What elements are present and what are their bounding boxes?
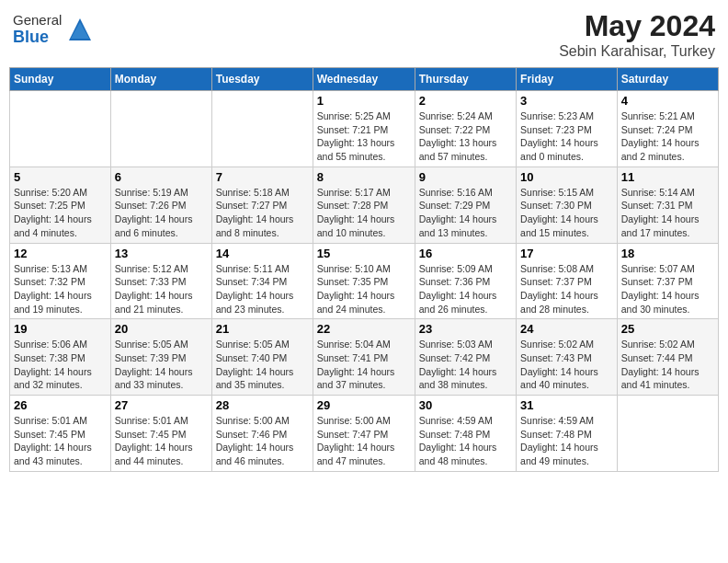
day-number: 30 xyxy=(419,398,512,412)
calendar-cell: 12Sunrise: 5:13 AMSunset: 7:32 PMDayligh… xyxy=(10,243,111,319)
calendar-title: May 2024 xyxy=(559,9,715,43)
svg-marker-1 xyxy=(71,22,89,39)
calendar-cell: 15Sunrise: 5:10 AMSunset: 7:35 PMDayligh… xyxy=(313,243,415,319)
day-number: 2 xyxy=(419,94,512,108)
day-info: Sunrise: 5:15 AMSunset: 7:30 PMDaylight:… xyxy=(520,186,613,240)
day-number: 14 xyxy=(216,247,309,260)
calendar-week-row: 19Sunrise: 5:06 AMSunset: 7:38 PMDayligh… xyxy=(10,319,719,396)
logo-general: General xyxy=(13,13,62,29)
day-info: Sunrise: 5:13 AMSunset: 7:32 PMDaylight:… xyxy=(14,262,107,316)
day-number: 11 xyxy=(621,170,714,184)
logo: General Blue xyxy=(13,13,95,46)
calendar-cell: 23Sunrise: 5:03 AMSunset: 7:42 PMDayligh… xyxy=(415,319,516,396)
calendar-cell: 10Sunrise: 5:15 AMSunset: 7:30 PMDayligh… xyxy=(517,167,618,243)
calendar-cell: 9Sunrise: 5:16 AMSunset: 7:29 PMDaylight… xyxy=(415,167,516,243)
calendar-cell: 18Sunrise: 5:07 AMSunset: 7:37 PMDayligh… xyxy=(617,243,718,319)
title-block: May 2024 Sebin Karahisar, Turkey xyxy=(559,9,715,60)
calendar-cell: 20Sunrise: 5:05 AMSunset: 7:39 PMDayligh… xyxy=(110,319,211,396)
page-header: General Blue May 2024 Sebin Karahisar, T… xyxy=(9,9,719,60)
calendar-cell xyxy=(617,396,718,472)
day-info: Sunrise: 5:21 AMSunset: 7:24 PMDaylight:… xyxy=(621,109,714,164)
calendar-cell: 3Sunrise: 5:23 AMSunset: 7:23 PMDaylight… xyxy=(517,91,618,167)
calendar-cell: 21Sunrise: 5:05 AMSunset: 7:40 PMDayligh… xyxy=(211,319,313,396)
day-info: Sunrise: 5:00 AMSunset: 7:46 PMDaylight:… xyxy=(216,414,309,468)
day-info: Sunrise: 5:03 AMSunset: 7:42 PMDaylight:… xyxy=(419,338,512,392)
header-day: Friday xyxy=(517,68,618,91)
day-info: Sunrise: 5:04 AMSunset: 7:41 PMDaylight:… xyxy=(317,338,411,392)
calendar-cell: 25Sunrise: 5:02 AMSunset: 7:44 PMDayligh… xyxy=(617,319,718,396)
day-info: Sunrise: 5:02 AMSunset: 7:44 PMDaylight:… xyxy=(621,338,714,392)
day-number: 18 xyxy=(621,247,714,260)
day-number: 13 xyxy=(115,247,208,260)
header-day: Wednesday xyxy=(313,68,415,91)
day-info: Sunrise: 5:23 AMSunset: 7:23 PMDaylight:… xyxy=(520,109,613,164)
calendar-cell: 2Sunrise: 5:24 AMSunset: 7:22 PMDaylight… xyxy=(415,91,516,167)
day-number: 24 xyxy=(520,322,613,336)
day-number: 10 xyxy=(520,170,613,184)
day-number: 19 xyxy=(14,322,107,336)
logo-blue: Blue xyxy=(13,29,62,47)
day-number: 21 xyxy=(216,322,309,336)
calendar-cell: 6Sunrise: 5:19 AMSunset: 7:26 PMDaylight… xyxy=(110,167,211,243)
day-info: Sunrise: 5:08 AMSunset: 7:37 PMDaylight:… xyxy=(520,262,613,316)
day-info: Sunrise: 5:06 AMSunset: 7:38 PMDaylight:… xyxy=(14,338,107,392)
day-number: 1 xyxy=(317,94,411,108)
calendar-cell: 31Sunrise: 4:59 AMSunset: 7:48 PMDayligh… xyxy=(517,396,618,472)
calendar-week-row: 1Sunrise: 5:25 AMSunset: 7:21 PMDaylight… xyxy=(10,91,719,167)
calendar-week-row: 5Sunrise: 5:20 AMSunset: 7:25 PMDaylight… xyxy=(10,167,719,243)
day-number: 12 xyxy=(14,247,107,260)
day-number: 26 xyxy=(14,398,107,412)
calendar-cell: 27Sunrise: 5:01 AMSunset: 7:45 PMDayligh… xyxy=(110,396,211,472)
calendar-cell: 24Sunrise: 5:02 AMSunset: 7:43 PMDayligh… xyxy=(517,319,618,396)
calendar-cell: 13Sunrise: 5:12 AMSunset: 7:33 PMDayligh… xyxy=(110,243,211,319)
calendar-cell: 30Sunrise: 4:59 AMSunset: 7:48 PMDayligh… xyxy=(415,396,516,472)
calendar-cell: 17Sunrise: 5:08 AMSunset: 7:37 PMDayligh… xyxy=(517,243,618,319)
day-info: Sunrise: 5:25 AMSunset: 7:21 PMDaylight:… xyxy=(317,109,411,164)
day-number: 9 xyxy=(419,170,512,184)
day-info: Sunrise: 5:17 AMSunset: 7:28 PMDaylight:… xyxy=(317,186,411,240)
day-info: Sunrise: 5:24 AMSunset: 7:22 PMDaylight:… xyxy=(419,109,512,164)
day-info: Sunrise: 5:18 AMSunset: 7:27 PMDaylight:… xyxy=(216,186,309,240)
day-number: 20 xyxy=(115,322,208,336)
header-day: Tuesday xyxy=(211,68,313,91)
day-info: Sunrise: 5:05 AMSunset: 7:40 PMDaylight:… xyxy=(216,338,309,392)
calendar-subtitle: Sebin Karahisar, Turkey xyxy=(559,43,715,60)
day-info: Sunrise: 5:09 AMSunset: 7:36 PMDaylight:… xyxy=(419,262,512,316)
day-info: Sunrise: 5:14 AMSunset: 7:31 PMDaylight:… xyxy=(621,186,714,240)
calendar-cell: 5Sunrise: 5:20 AMSunset: 7:25 PMDaylight… xyxy=(10,167,111,243)
day-info: Sunrise: 5:10 AMSunset: 7:35 PMDaylight:… xyxy=(317,262,411,316)
day-info: Sunrise: 5:02 AMSunset: 7:43 PMDaylight:… xyxy=(520,338,613,392)
day-number: 8 xyxy=(317,170,411,184)
day-number: 27 xyxy=(115,398,208,412)
day-number: 28 xyxy=(216,398,309,412)
day-info: Sunrise: 5:01 AMSunset: 7:45 PMDaylight:… xyxy=(14,414,107,468)
calendar-cell: 28Sunrise: 5:00 AMSunset: 7:46 PMDayligh… xyxy=(211,396,313,472)
day-info: Sunrise: 5:00 AMSunset: 7:47 PMDaylight:… xyxy=(317,414,411,468)
calendar-cell: 11Sunrise: 5:14 AMSunset: 7:31 PMDayligh… xyxy=(617,167,718,243)
logo-icon xyxy=(65,15,95,44)
calendar-cell xyxy=(10,91,111,167)
calendar-cell xyxy=(110,91,211,167)
day-number: 25 xyxy=(621,322,714,336)
day-number: 31 xyxy=(520,398,613,412)
header-day: Monday xyxy=(110,68,211,91)
day-number: 7 xyxy=(216,170,309,184)
header-day: Saturday xyxy=(617,68,718,91)
calendar-cell xyxy=(211,91,313,167)
day-number: 4 xyxy=(621,94,714,108)
day-number: 5 xyxy=(14,170,107,184)
day-number: 29 xyxy=(317,398,411,412)
calendar-week-row: 12Sunrise: 5:13 AMSunset: 7:32 PMDayligh… xyxy=(10,243,719,319)
header-day: Thursday xyxy=(415,68,516,91)
day-info: Sunrise: 5:07 AMSunset: 7:37 PMDaylight:… xyxy=(621,262,714,316)
calendar-cell: 14Sunrise: 5:11 AMSunset: 7:34 PMDayligh… xyxy=(211,243,313,319)
day-info: Sunrise: 5:01 AMSunset: 7:45 PMDaylight:… xyxy=(115,414,208,468)
calendar-table: SundayMondayTuesdayWednesdayThursdayFrid… xyxy=(9,67,719,472)
calendar-cell: 19Sunrise: 5:06 AMSunset: 7:38 PMDayligh… xyxy=(10,319,111,396)
calendar-cell: 4Sunrise: 5:21 AMSunset: 7:24 PMDaylight… xyxy=(617,91,718,167)
day-number: 22 xyxy=(317,322,411,336)
header-row: SundayMondayTuesdayWednesdayThursdayFrid… xyxy=(10,68,719,91)
day-info: Sunrise: 5:20 AMSunset: 7:25 PMDaylight:… xyxy=(14,186,107,240)
calendar-cell: 22Sunrise: 5:04 AMSunset: 7:41 PMDayligh… xyxy=(313,319,415,396)
calendar-cell: 1Sunrise: 5:25 AMSunset: 7:21 PMDaylight… xyxy=(313,91,415,167)
